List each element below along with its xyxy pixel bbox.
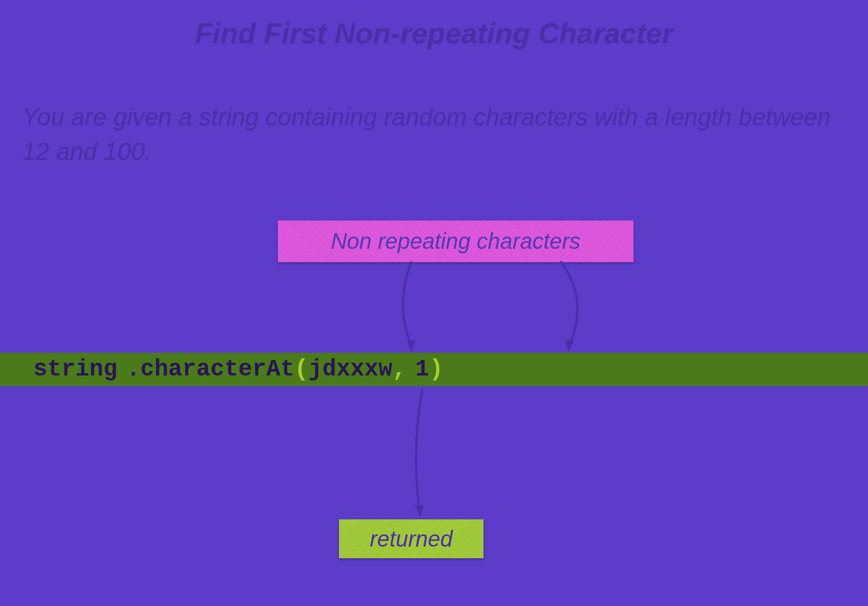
code-token-paren-open: ( (295, 356, 308, 383)
code-token-string: string (33, 356, 117, 383)
code-token-arg2: 1 (415, 356, 429, 383)
arrow-bottom (389, 389, 456, 519)
bottom-annotation-box: returned (339, 519, 483, 558)
arrow-top-right (539, 262, 606, 354)
arrow-top-left (378, 262, 445, 354)
top-annotation-box: Non repeating characters (278, 221, 633, 262)
code-token-arg1: jdxxxw (308, 356, 392, 383)
top-annotation-text: Non repeating characters (331, 229, 580, 254)
bottom-annotation-text: returned (370, 527, 453, 552)
code-token-comma: , (392, 356, 406, 383)
diagram-title: Find First Non-repeating Character (195, 17, 674, 50)
code-example-line: string .characterAt ( jdxxxw , 1 ) (0, 353, 868, 386)
svg-marker-0 (407, 340, 416, 352)
code-token-paren-close: ) (430, 356, 443, 383)
svg-marker-2 (415, 505, 424, 518)
code-token-method: .characterAt (126, 356, 294, 383)
diagram-description: You are given a string containing random… (22, 100, 846, 168)
svg-marker-1 (565, 340, 574, 352)
